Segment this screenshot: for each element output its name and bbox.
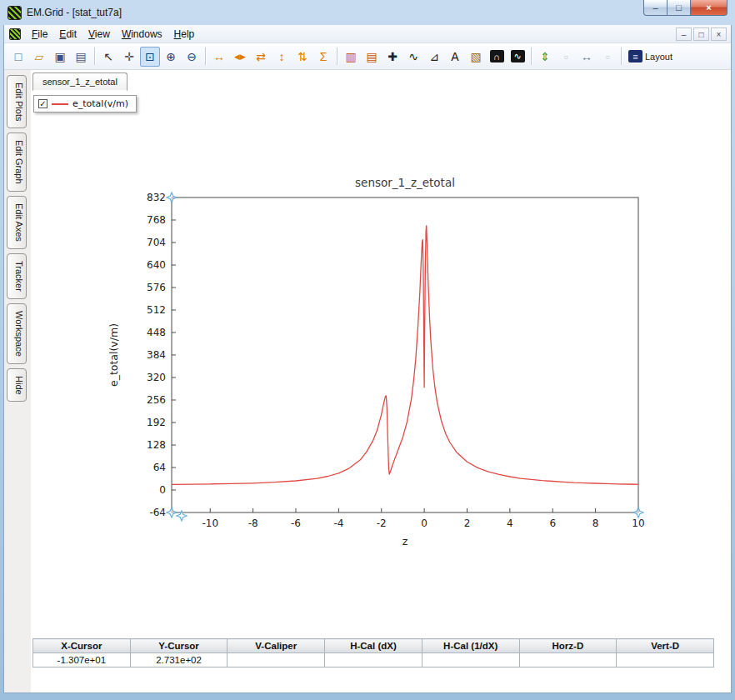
fit-height-button[interactable]: ⇕ bbox=[535, 47, 555, 67]
close-button[interactable]: × bbox=[690, 0, 728, 16]
fit-width-icon: ↔ bbox=[581, 50, 592, 63]
toolbar-separator bbox=[337, 48, 338, 65]
new-button[interactable]: □ bbox=[8, 47, 28, 67]
app-icon bbox=[8, 6, 22, 20]
pan-horizontal-button[interactable]: ⇄ bbox=[251, 47, 271, 67]
readout-header-vert-d: Vert-D bbox=[617, 639, 714, 653]
tracker-button[interactable]: ∿ bbox=[403, 47, 423, 67]
select-button[interactable]: ↖ bbox=[98, 47, 118, 67]
colormap-button[interactable]: ▧ bbox=[466, 47, 486, 67]
y-tick-label: 384 bbox=[147, 349, 166, 361]
readout-header-x-cursor: X-Cursor bbox=[33, 639, 131, 653]
save-button[interactable]: ▣ bbox=[50, 47, 70, 67]
readout-value-y-cursor: 2.731e+02 bbox=[130, 653, 228, 668]
document-tab-label: sensor_1_z_etotal bbox=[42, 77, 118, 87]
sidebar-tab-edit-axes[interactable]: Edit Axes bbox=[7, 196, 27, 249]
pan-button[interactable]: ✛ bbox=[119, 47, 139, 67]
mdi-restore-button[interactable]: □ bbox=[693, 28, 709, 41]
y-tick-label: 832 bbox=[147, 192, 166, 203]
sidebar-tab-edit-plots[interactable]: Edit Plots bbox=[7, 75, 27, 128]
unknown-disabled-2-button[interactable]: ▫ bbox=[598, 47, 618, 67]
readout-value-v-caliper bbox=[228, 653, 325, 668]
fft-window-2-icon: ∿ bbox=[511, 50, 525, 62]
shrink-horizontal-button[interactable]: ◀▶ bbox=[230, 47, 250, 67]
crosshair-button[interactable]: ✚ bbox=[382, 47, 402, 67]
expand-vertical-button[interactable]: ↕ bbox=[272, 47, 292, 67]
sidebar-tab-edit-graph[interactable]: Edit Graph bbox=[7, 132, 27, 192]
expand-horizontal-button[interactable]: ↔ bbox=[209, 47, 229, 67]
readout-header-y-cursor: Y-Cursor bbox=[130, 639, 228, 653]
chart-title: sensor_1_z_etotal bbox=[355, 176, 455, 189]
minimize-button[interactable]: – bbox=[643, 0, 668, 16]
tracker-icon: ∿ bbox=[408, 50, 418, 63]
print-button[interactable]: ▤ bbox=[71, 47, 91, 67]
y-tick-label: 320 bbox=[147, 372, 166, 383]
sidebar-tab-workspace[interactable]: Workspace bbox=[7, 303, 27, 364]
text-label-button[interactable]: A bbox=[445, 47, 465, 67]
readout-header-h-cal-dx: H-Cal (dX) bbox=[325, 639, 422, 653]
readout-table: X-CursorY-CursorV-CaliperH-Cal (dX)H-Cal… bbox=[32, 638, 714, 668]
y-tick-label: 640 bbox=[147, 259, 166, 271]
unknown-disabled-1-button[interactable]: ▫ bbox=[556, 47, 576, 67]
x-tick-label: -8 bbox=[248, 518, 258, 529]
app-window: EM.Grid - [stat_tut7a] – □ × FileEditVie… bbox=[0, 0, 735, 700]
plot-document-area: sensor_1_z_etotal ✓ e_total(v/m) -10-8-6… bbox=[31, 70, 731, 692]
fit-height-icon: ⇕ bbox=[540, 50, 550, 63]
legend[interactable]: ✓ e_total(v/m) bbox=[33, 95, 137, 112]
x-tick-label: 0 bbox=[421, 518, 428, 529]
menu-windows[interactable]: Windows bbox=[116, 27, 168, 42]
zoom-in-button[interactable]: ⊕ bbox=[161, 47, 181, 67]
zoom-window-button[interactable]: ⊡ bbox=[140, 47, 160, 67]
open-button[interactable]: ▱ bbox=[29, 47, 49, 67]
fft-window-2-button[interactable]: ∿ bbox=[508, 47, 528, 67]
y-tick-label: 64 bbox=[153, 462, 166, 473]
unknown-disabled-2-icon: ▫ bbox=[606, 50, 610, 63]
caliper-button[interactable]: ⊿ bbox=[424, 47, 444, 67]
side-tab-strip: Edit PlotsEdit GraphEdit AxesTrackerWork… bbox=[4, 70, 31, 692]
y-tick-label: 512 bbox=[147, 304, 166, 316]
x-tick-label: -6 bbox=[291, 518, 301, 529]
fft-window-1-button[interactable]: ∩ bbox=[487, 47, 507, 67]
document-tab[interactable]: sensor_1_z_etotal bbox=[32, 72, 128, 91]
chart[interactable]: -10-8-6-4-20246810-640641281922563203844… bbox=[101, 167, 668, 550]
window-title: EM.Grid - [stat_tut7a] bbox=[27, 7, 122, 18]
x-tick-label: 8 bbox=[592, 518, 599, 529]
x-tick-label: 4 bbox=[507, 518, 513, 529]
menu-view[interactable]: View bbox=[82, 27, 116, 42]
sidebar-tab-tracker[interactable]: Tracker bbox=[7, 253, 27, 299]
readout-value-x-cursor: -1.307e+01 bbox=[33, 653, 131, 668]
y-tick-label: -64 bbox=[149, 507, 166, 518]
y-tick-label: 0 bbox=[159, 484, 166, 496]
vertical-markers-button[interactable]: ▥ bbox=[341, 47, 361, 67]
maximize-icon: □ bbox=[676, 2, 682, 12]
menu-items: FileEditViewWindowsHelp bbox=[26, 27, 200, 42]
toolbar: □▱▣▤↖✛⊡⊕⊖↔◀▶⇄↕⇅Σ▥▤✚∿⊿A▧∩∿⇕▫↔▫≡Layout bbox=[4, 43, 731, 70]
menu-help[interactable]: Help bbox=[168, 27, 201, 42]
horizontal-markers-icon: ▤ bbox=[366, 50, 377, 63]
mdi-minimize-button[interactable]: – bbox=[676, 28, 692, 41]
layout-button[interactable]: ≡Layout bbox=[625, 47, 676, 67]
mdi-close-icon: × bbox=[717, 30, 722, 39]
x-tick-label: -2 bbox=[377, 518, 387, 529]
colormap-icon: ▧ bbox=[470, 50, 481, 63]
zoom-out-button[interactable]: ⊖ bbox=[182, 47, 202, 67]
mdi-minimize-icon: – bbox=[682, 30, 687, 39]
unknown-disabled-1-icon: ▫ bbox=[564, 50, 568, 63]
menu-bar: FileEditViewWindowsHelp – □ × bbox=[4, 25, 731, 43]
shrink-vertical-button[interactable]: ⇅ bbox=[292, 47, 312, 67]
shrink-horizontal-icon: ◀▶ bbox=[234, 52, 246, 61]
legend-label: e_total(v/m) bbox=[72, 98, 128, 109]
readout-header-v-caliper: V-Caliper bbox=[228, 639, 325, 653]
menu-edit[interactable]: Edit bbox=[53, 27, 82, 42]
fit-width-button[interactable]: ↔ bbox=[577, 47, 597, 67]
legend-checkbox[interactable]: ✓ bbox=[38, 99, 48, 108]
horizontal-markers-button[interactable]: ▤ bbox=[362, 47, 382, 67]
menu-file[interactable]: File bbox=[26, 27, 53, 42]
select-icon: ↖ bbox=[103, 50, 113, 63]
maximize-button[interactable]: □ bbox=[668, 0, 690, 16]
mdi-close-button[interactable]: × bbox=[711, 28, 727, 41]
autoscale-button[interactable]: Σ bbox=[313, 47, 333, 67]
crosshair-icon: ✚ bbox=[388, 50, 398, 63]
sidebar-tab-hide[interactable]: Hide bbox=[7, 368, 27, 402]
y-tick-label: 128 bbox=[147, 439, 166, 451]
